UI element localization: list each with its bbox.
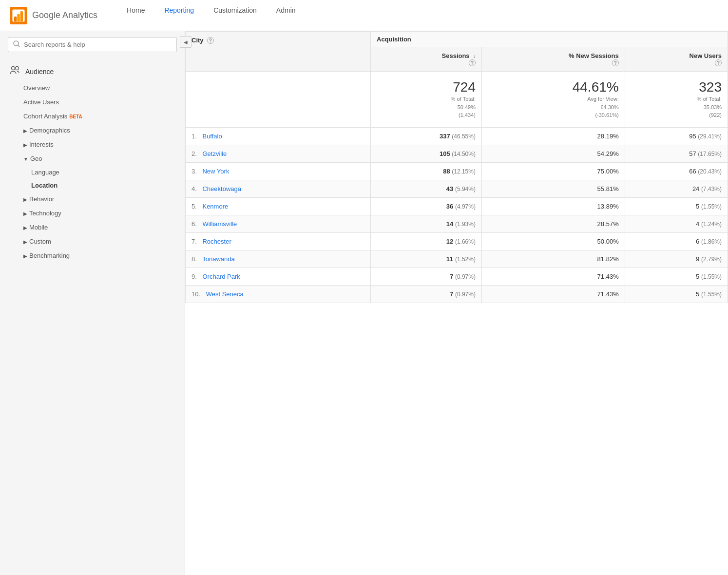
new-users-value: 95 <box>689 133 696 140</box>
nav-admin[interactable]: Admin <box>276 0 296 36</box>
sessions-cell: 36 (4.97%) <box>371 197 482 215</box>
city-cell: 3. New York <box>186 162 371 180</box>
nav-reporting[interactable]: Reporting <box>164 0 194 36</box>
new-users-value: 5 <box>696 203 699 210</box>
pct-new-sessions-value: 54.29% <box>597 150 619 157</box>
sessions-pct: (0.97%) <box>455 291 476 298</box>
new-users-cell: 4 (1.24%) <box>625 215 728 232</box>
city-link[interactable]: Williamsville <box>202 220 237 228</box>
nav-customization[interactable]: Customization <box>213 0 257 36</box>
summary-sessions-sub: % of Total: 50.49% (1,434) <box>451 96 476 118</box>
city-help-icon[interactable]: ? <box>207 37 214 44</box>
city-link[interactable]: New York <box>202 168 229 175</box>
summary-sessions-value: 724 <box>377 79 476 95</box>
sidebar-item-mobile[interactable]: ▶Mobile <box>0 220 185 234</box>
new-users-cell: 57 (17.65%) <box>625 145 728 162</box>
sessions-cell: 14 (1.93%) <box>371 215 482 232</box>
city-cell: 2. Getzville <box>186 145 371 162</box>
city-cell: 5. Kenmore <box>186 197 371 215</box>
new-users-value: 24 <box>692 185 699 192</box>
new-users-cell: 5 (1.55%) <box>625 268 728 285</box>
new-users-value: 5 <box>696 273 699 280</box>
city-column-header: City <box>192 37 204 44</box>
sidebar-item-technology[interactable]: ▶Technology <box>0 206 185 220</box>
sessions-cell: 7 (0.97%) <box>371 268 482 285</box>
pct-new-sessions-cell: 81.82% <box>481 250 625 268</box>
sessions-help-icon[interactable]: ? <box>469 59 476 66</box>
svg-line-6 <box>18 45 19 47</box>
table-row: 7. Rochester 12 (1.66%) 50.00% 6 (1.86%) <box>186 232 728 250</box>
sidebar-collapse-button[interactable]: ◀ <box>180 36 192 48</box>
sidebar-item-active-users[interactable]: Active Users <box>0 95 185 109</box>
new-users-pct: (17.65%) <box>698 151 722 157</box>
sessions-value: 337 <box>440 133 450 140</box>
pct-new-sessions-value: 13.89% <box>597 203 619 210</box>
svg-point-8 <box>16 67 19 70</box>
behavior-expand-icon: ▶ <box>23 197 27 202</box>
pct-new-sessions-cell: 75.00% <box>481 162 625 180</box>
row-number: 8. <box>192 255 197 263</box>
sidebar-item-behavior[interactable]: ▶Behavior <box>0 192 185 206</box>
new-users-cell: 66 (20.43%) <box>625 162 728 180</box>
sessions-pct: (1.93%) <box>455 221 476 228</box>
pct-new-sessions-value: 28.19% <box>597 133 619 140</box>
sidebar-item-overview[interactable]: Overview <box>0 81 185 95</box>
pct-new-sessions-value: 81.82% <box>597 255 619 263</box>
sessions-pct: (1.52%) <box>455 256 476 263</box>
city-cell: 8. Tonawanda <box>186 250 371 268</box>
new-users-cell: 9 (2.79%) <box>625 250 728 268</box>
summary-sessions-cell: 724 % of Total: 50.49% (1,434) <box>371 72 482 128</box>
new-users-pct: (1.86%) <box>701 238 722 245</box>
sidebar-item-location[interactable]: Location <box>0 179 185 192</box>
table-row: 3. New York 88 (12.15%) 75.00% 66 (20.43… <box>186 162 728 180</box>
new-users-value: 4 <box>696 220 699 228</box>
sessions-value: 88 <box>443 168 450 175</box>
new-users-value: 9 <box>696 255 699 263</box>
sidebar-item-audience[interactable]: Audience <box>0 62 185 81</box>
summary-new-users-sub: % of Total: 35.03% (922) <box>697 96 722 118</box>
pct-new-sessions-value: 50.00% <box>597 238 619 245</box>
city-link[interactable]: Kenmore <box>202 203 228 210</box>
pct-new-sessions-column-header: % New Sessions ? <box>481 47 625 72</box>
group-header-row: City ? Acquisition <box>186 32 728 47</box>
city-link[interactable]: Tonawanda <box>202 255 235 263</box>
nav-home[interactable]: Home <box>127 0 145 36</box>
city-link[interactable]: Orchard Park <box>202 273 240 280</box>
pct-new-sessions-cell: 28.57% <box>481 215 625 232</box>
new-users-value: 57 <box>689 150 696 157</box>
sidebar-item-demographics[interactable]: ▶Demographics <box>0 123 185 137</box>
sessions-pct: (12.15%) <box>452 168 476 175</box>
new-users-help-icon[interactable]: ? <box>715 59 722 66</box>
city-link[interactable]: Buffalo <box>202 133 222 140</box>
summary-new-users-value: 323 <box>631 79 722 95</box>
sidebar-item-language[interactable]: Language <box>0 166 185 179</box>
city-cell: 4. Cheektowaga <box>186 180 371 197</box>
data-table: City ? Acquisition Sessions ↓ ? % New Se… <box>185 31 728 303</box>
sessions-sort-icon[interactable]: ↓ <box>473 54 476 59</box>
pct-new-sessions-value: 75.00% <box>597 168 619 175</box>
beta-badge: BETA <box>69 114 82 119</box>
city-link[interactable]: West Seneca <box>206 290 244 298</box>
top-navigation: Google Analytics Home Reporting Customiz… <box>0 0 728 31</box>
pct-new-sessions-help-icon[interactable]: ? <box>612 59 619 66</box>
acquisition-group-header: Acquisition <box>371 32 728 47</box>
table-row: 9. Orchard Park 7 (0.97%) 71.43% 5 (1.55… <box>186 268 728 285</box>
sidebar-item-benchmarking[interactable]: ▶Benchmarking <box>0 249 185 263</box>
city-link[interactable]: Rochester <box>202 238 231 245</box>
svg-rect-2 <box>14 16 17 21</box>
city-cell: 6. Williamsville <box>186 215 371 232</box>
search-input[interactable] <box>24 41 172 48</box>
city-link[interactable]: Cheektowaga <box>202 185 241 192</box>
sidebar-item-cohort-analysis[interactable]: Cohort AnalysisBETA <box>0 109 185 123</box>
audience-label: Audience <box>25 68 54 76</box>
sidebar-item-geo[interactable]: ▼Geo <box>0 152 185 166</box>
table-row: 6. Williamsville 14 (1.93%) 28.57% 4 (1.… <box>186 215 728 232</box>
table-row: 5. Kenmore 36 (4.97%) 13.89% 5 (1.55%) <box>186 197 728 215</box>
city-link[interactable]: Getzville <box>202 150 227 157</box>
sidebar-item-interests[interactable]: ▶Interests <box>0 137 185 152</box>
sessions-cell: 11 (1.52%) <box>371 250 482 268</box>
main-content: City ? Acquisition Sessions ↓ ? % New Se… <box>185 31 728 575</box>
row-number: 5. <box>192 203 197 210</box>
table-row: 10. West Seneca 7 (0.97%) 71.43% 5 (1.55… <box>186 285 728 303</box>
sidebar-item-custom[interactable]: ▶Custom <box>0 234 185 249</box>
